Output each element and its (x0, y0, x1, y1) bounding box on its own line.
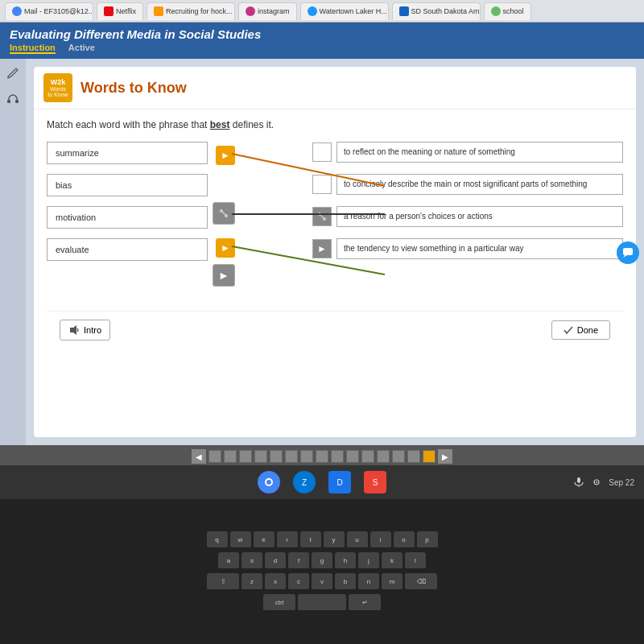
key-o[interactable]: o (394, 531, 415, 549)
svg-marker-13 (623, 255, 627, 258)
pencil-icon[interactable] (5, 65, 21, 81)
microphone-icon (573, 477, 584, 488)
page-title: Evaluating Different Media in Social Stu… (10, 27, 634, 41)
tab-instagram[interactable]: instagram (238, 2, 297, 20)
key-z[interactable]: z (242, 573, 262, 591)
left-column: summarize bias motivation evaluate (47, 142, 208, 303)
slide-dot-10[interactable] (346, 450, 359, 463)
key-r[interactable]: r (277, 531, 298, 549)
key-g[interactable]: g (312, 552, 332, 570)
slide-prev[interactable]: ◀ (192, 449, 206, 464)
keyboard-row-2: a s d f g h j k l (218, 552, 426, 570)
browser-bar: Mail - EF3105@k12... Netflix Recruiting … (0, 0, 644, 23)
key-v[interactable]: v (312, 573, 332, 591)
key-k[interactable]: k (382, 552, 402, 570)
taskbar-zoom[interactable]: Z (293, 471, 316, 493)
key-enter[interactable]: ↵ (349, 594, 381, 612)
tab-recruiting-label: Recruiting for hock... (166, 7, 233, 15)
slide-dot-14[interactable] (407, 450, 420, 463)
chrome-icon (262, 475, 276, 489)
key-s[interactable]: s (242, 552, 262, 570)
slide-dot-12[interactable] (377, 450, 390, 463)
tab-active[interactable]: Active (68, 43, 95, 54)
key-m[interactable]: m (382, 573, 402, 591)
intro-button[interactable]: Intro (60, 320, 110, 341)
zoom-label: Z (302, 478, 307, 487)
chat-icon (622, 247, 634, 258)
key-space[interactable] (298, 594, 346, 612)
tab-instruction[interactable]: Instruction (10, 43, 56, 54)
slide-dot-13[interactable] (392, 450, 405, 463)
svg-rect-16 (577, 477, 580, 483)
key-l[interactable]: l (405, 552, 426, 570)
slide-dot-7[interactable] (300, 450, 313, 463)
key-c[interactable]: c (288, 573, 309, 591)
chat-bubble[interactable] (617, 242, 639, 264)
key-f[interactable]: f (288, 552, 309, 570)
key-u[interactable]: u (347, 531, 368, 549)
slide-dot-15[interactable] (423, 450, 436, 463)
checkmark-icon (564, 325, 573, 335)
key-y[interactable]: y (324, 531, 345, 549)
keyboard-row-3: ⇧ z x c v b n m ⌫ (207, 573, 437, 591)
word-summarize[interactable]: summarize (47, 142, 208, 164)
done-button[interactable]: Done (551, 320, 610, 340)
taskbar: Z D S Sep 22 (0, 465, 644, 499)
keyboard-row-4: ctrl ↵ (263, 594, 381, 612)
svg-point-19 (596, 481, 597, 483)
taskbar-docs[interactable]: D (328, 471, 351, 493)
slide-dot-1[interactable] (208, 450, 221, 463)
speaker-icon (68, 324, 80, 336)
tab-recruiting[interactable]: Recruiting for hock... (147, 2, 235, 20)
key-w[interactable]: w (230, 531, 251, 549)
arrow-area: ► ► (208, 142, 264, 303)
bottom-bar: Intro Done (47, 311, 623, 349)
key-backspace[interactable]: ⌫ (405, 573, 437, 591)
slide-dot-4[interactable] (254, 450, 267, 463)
slide-dot-3[interactable] (239, 450, 252, 463)
word-motivation[interactable]: motivation (47, 206, 208, 229)
key-h[interactable]: h (335, 552, 356, 570)
key-b[interactable]: b (335, 573, 356, 591)
key-p[interactable]: p (417, 531, 438, 549)
taskbar-chrome[interactable] (258, 471, 280, 493)
content-card: W2k Words to Know Words to Know Match ea… (34, 67, 636, 437)
taskbar-slides[interactable]: S (364, 471, 386, 493)
tab-netflix[interactable]: Netflix (97, 2, 143, 20)
word-bias[interactable]: bias (47, 174, 208, 196)
key-x[interactable]: x (265, 573, 286, 591)
key-t[interactable]: t (300, 531, 321, 549)
word-evaluate[interactable]: evaluate (47, 238, 208, 261)
key-a[interactable]: a (218, 552, 239, 570)
key-j[interactable]: j (358, 552, 379, 570)
key-q[interactable]: q (207, 531, 228, 549)
tab-sd[interactable]: SD South Dakota Amat... (392, 2, 481, 20)
slide-dot-9[interactable] (331, 450, 344, 463)
connector-lines (208, 142, 530, 303)
key-n[interactable]: n (358, 573, 379, 591)
tab-watertown[interactable]: Watertown Laker H... (300, 2, 389, 20)
headphone-icon[interactable] (5, 91, 21, 107)
key-e[interactable]: e (254, 531, 275, 549)
slide-dot-5[interactable] (270, 450, 283, 463)
key-i[interactable]: i (370, 531, 391, 549)
slide-dot-6[interactable] (285, 450, 298, 463)
key-d[interactable]: d (265, 552, 286, 570)
key-shift[interactable]: ⇧ (207, 573, 239, 591)
slide-nav: ◀ ▶ (0, 445, 644, 468)
main-area: W2k Words to Know Words to Know Match ea… (0, 59, 644, 445)
card-title: Words to Know (80, 80, 187, 97)
keyboard-row-1: q w e r t y u i o p (207, 531, 438, 549)
tab-mail[interactable]: Mail - EF3105@k12... (5, 2, 93, 20)
slide-dot-8[interactable] (316, 450, 328, 463)
key-ctrl[interactable]: ctrl (263, 594, 295, 612)
words-logo: W2k Words to Know (43, 73, 72, 102)
keyboard: q w e r t y u i o p a s d f g h j k l ⇧ … (0, 499, 644, 644)
slide-dot-11[interactable] (361, 450, 374, 463)
taskbar-time: Sep 22 (573, 477, 634, 488)
slide-dot-2[interactable] (224, 450, 237, 463)
tab-school[interactable]: school (484, 2, 531, 20)
slide-next[interactable]: ▶ (438, 449, 452, 464)
card-header: W2k Words to Know Words to Know (34, 67, 636, 109)
svg-line-7 (232, 246, 385, 275)
